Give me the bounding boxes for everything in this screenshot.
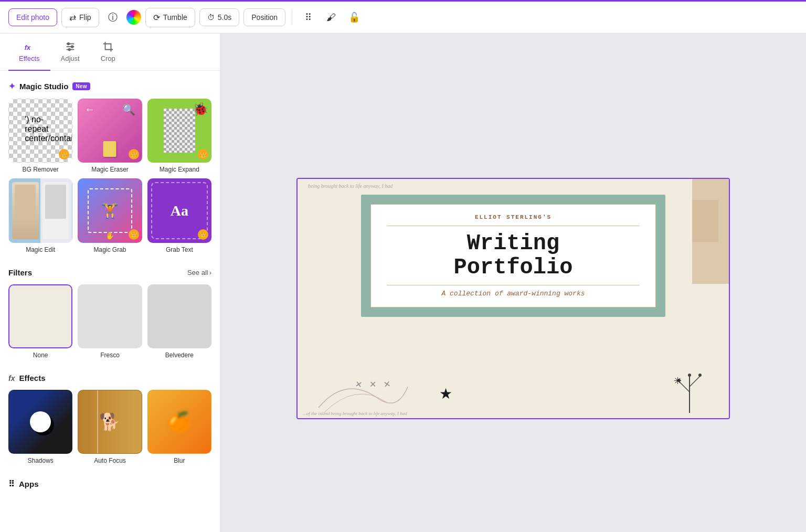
- magic-edit-label: Magic Edit: [26, 246, 55, 253]
- portfolio-subtitle: A collection of award-winning works: [387, 290, 640, 297]
- filter-none-thumb: [8, 284, 72, 348]
- effect-shadows-item[interactable]: Shadows: [8, 390, 72, 464]
- svg-line-8: [679, 381, 690, 392]
- edit-photo-label: Edit photo: [16, 13, 49, 22]
- effect-autofocus-thumb: 🐕: [78, 390, 142, 454]
- tab-crop[interactable]: Crop: [90, 34, 126, 71]
- left-sidebar: fx Effects Adjust Crop: [0, 34, 220, 532]
- svg-point-12: [688, 374, 691, 377]
- svg-point-11: [698, 374, 702, 377]
- position-button[interactable]: Position: [243, 8, 285, 26]
- filters-title: Filters: [8, 268, 32, 277]
- svg-point-4: [67, 43, 69, 45]
- filters-grid: None Fresco Belvedere: [8, 284, 211, 359]
- grab-text-label: Grab Text: [166, 246, 193, 253]
- svg-point-5: [71, 46, 73, 48]
- bg-remover-item[interactable]: ') no-repeat center/contain;"> 👑 BG Remo…: [8, 99, 72, 173]
- tumble-label: Tumble: [163, 13, 187, 22]
- grab-text-item[interactable]: Aa 👑 Grab Text: [147, 178, 211, 253]
- fx-icon: fx: [24, 41, 35, 52]
- magic-expand-label: Magic Expand: [160, 166, 199, 173]
- flip-label: Flip: [79, 13, 91, 22]
- deco-star: ★: [439, 385, 452, 402]
- magic-eraser-label: Magic Eraser: [91, 166, 129, 173]
- crop-icon: [102, 41, 114, 52]
- tab-effects[interactable]: fx Effects: [8, 34, 50, 71]
- effect-shadows-thumb: [8, 390, 72, 454]
- gradient-color-button[interactable]: [126, 10, 141, 25]
- info-icon: ⓘ: [108, 11, 118, 24]
- deco-branch-svg: [671, 366, 708, 413]
- tumble-button[interactable]: ⟳ Tumble: [145, 8, 195, 27]
- filters-see-all[interactable]: See all ›: [187, 269, 211, 276]
- toolbar-separator-1: [292, 10, 292, 25]
- grab-text-crown: 👑: [198, 229, 208, 240]
- filter-belvedere-label: Belvedere: [165, 352, 194, 359]
- svg-line-9: [690, 376, 700, 387]
- magic-eraser-thumb: 🔍 ← 👑: [78, 99, 142, 163]
- magic-edit-thumb: [8, 178, 72, 242]
- filters-header: Filters See all ›: [8, 268, 211, 277]
- effects-section-header: fx Effects: [8, 374, 211, 382]
- duration-button[interactable]: ⏱ 5.0s: [199, 8, 239, 26]
- filter-none-item[interactable]: None: [8, 284, 72, 359]
- svg-text:fx: fx: [25, 44, 31, 51]
- lock-icon: 🔓: [348, 12, 360, 23]
- portfolio-inner-box: ELLIOT STERLING'S Writing Portfolio A co…: [370, 204, 656, 307]
- adjust-icon: [65, 41, 76, 52]
- effects-tab-label: Effects: [19, 55, 40, 62]
- tumble-icon: ⟳: [153, 13, 160, 23]
- effect-blur-thumb: 🍊: [147, 390, 211, 454]
- sidebar-content: ✦ Magic Studio New ') no-repeat center/c…: [0, 71, 220, 532]
- magic-eraser-item[interactable]: 🔍 ← 👑 Magic Eraser: [78, 99, 142, 173]
- tab-adjust[interactable]: Adjust: [50, 34, 90, 71]
- sidebar-tabs: fx Effects Adjust Crop: [0, 34, 220, 71]
- magic-studio-grid: ') no-repeat center/contain;"> 👑 BG Remo…: [8, 99, 211, 253]
- magic-grab-thumb: 🏋 ✋ 👑: [78, 178, 142, 242]
- magic-grab-label: Magic Grab: [93, 246, 126, 253]
- effect-autofocus-label: Auto Focus: [94, 457, 126, 464]
- portfolio-title: Writing Portfolio: [387, 231, 640, 280]
- apps-grid-icon: ⠿: [8, 479, 15, 489]
- deco-swirl-svg: [313, 366, 418, 418]
- magic-expand-item[interactable]: 🐞 👑 Magic Expand: [147, 99, 211, 173]
- portfolio-divider-top: [387, 226, 640, 226]
- edit-photo-button[interactable]: Edit photo: [8, 8, 57, 26]
- top-toolbar: Edit photo ⇄ Flip ⓘ ⟳ Tumble ⏱ 5.0s Posi…: [0, 0, 806, 34]
- flip-button[interactable]: ⇄ Flip: [61, 8, 99, 27]
- grab-text-thumb: Aa 👑: [147, 178, 211, 242]
- svg-point-6: [68, 49, 70, 51]
- paint-button[interactable]: 🖌: [322, 8, 341, 27]
- apps-label: Apps: [19, 480, 39, 488]
- effects-section-title: fx Effects: [8, 374, 45, 382]
- grid-button[interactable]: ⠿: [299, 8, 317, 27]
- magic-studio-title: ✦ Magic Studio New: [8, 81, 90, 91]
- effect-autofocus-item[interactable]: 🐕 Auto Focus: [78, 390, 142, 464]
- magic-eraser-crown: 👑: [129, 149, 139, 159]
- chevron-right-icon: ›: [209, 269, 211, 276]
- grid-icon: ⠿: [305, 12, 312, 23]
- info-button[interactable]: ⓘ: [103, 8, 122, 27]
- effect-blur-item[interactable]: 🍊 Blur: [147, 390, 211, 464]
- bg-remover-thumb: ') no-repeat center/contain;"> 👑: [8, 99, 72, 163]
- canvas-area: 🗑 ••• ↺ being brought back to life anywa…: [220, 34, 806, 532]
- effects-grid: Shadows 🐕 Auto Focus: [8, 390, 211, 464]
- lock-button[interactable]: 🔓: [345, 8, 364, 27]
- sparkle-icon: ✦: [8, 81, 15, 91]
- portfolio-tape-text: being brought back to life anyway, I had: [308, 183, 393, 189]
- apps-section[interactable]: ⠿ Apps: [8, 479, 211, 489]
- magic-grab-item[interactable]: 🏋 ✋ 👑 Magic Grab: [78, 178, 142, 253]
- filter-fresco-item[interactable]: Fresco: [78, 284, 142, 359]
- bg-remover-label: BG Remover: [22, 166, 58, 173]
- portfolio-author: ELLIOT STERLING'S: [387, 214, 640, 220]
- portfolio-teal-block: ELLIOT STERLING'S Writing Portfolio A co…: [361, 195, 665, 317]
- main-layout: fx Effects Adjust Crop: [0, 34, 806, 532]
- portfolio-center-wrapper: ELLIOT STERLING'S Writing Portfolio A co…: [361, 195, 665, 317]
- effect-shadows-label: Shadows: [27, 457, 53, 464]
- filter-belvedere-item[interactable]: Belvedere: [147, 284, 211, 359]
- portfolio-canvas[interactable]: ↺ being brought back to life anyway, I h…: [296, 178, 730, 419]
- crop-tab-label: Crop: [101, 55, 115, 62]
- portfolio-content: being brought back to life anyway, I had…: [298, 179, 729, 418]
- magic-edit-item[interactable]: Magic Edit: [8, 178, 72, 253]
- effect-blur-label: Blur: [174, 457, 185, 464]
